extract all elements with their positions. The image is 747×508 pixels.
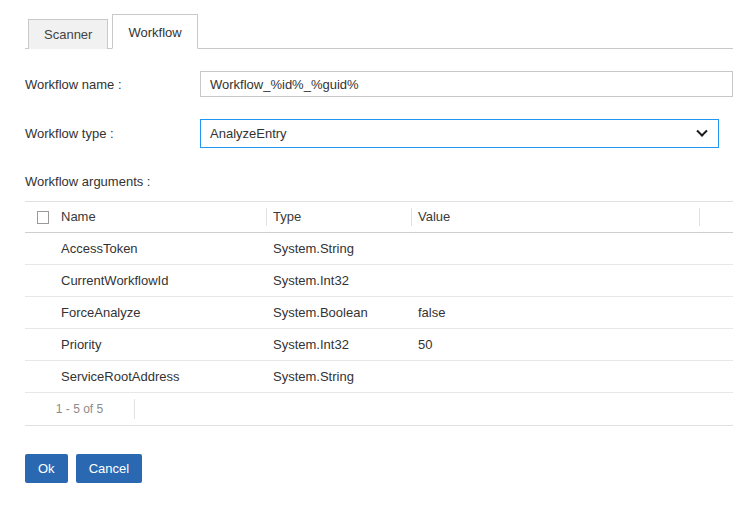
table-row[interactable]: AccessToken System.String bbox=[25, 233, 733, 265]
arg-value: 50 bbox=[412, 337, 700, 352]
ok-button[interactable]: Ok bbox=[25, 454, 68, 483]
workflow-type-label: Workflow type : bbox=[25, 126, 200, 141]
workflow-arguments-label: Workflow arguments : bbox=[25, 174, 733, 189]
arg-name: CurrentWorkflowId bbox=[55, 273, 267, 288]
header-name: Name bbox=[55, 208, 267, 226]
arg-name: AccessToken bbox=[55, 241, 267, 256]
arg-type: System.Int32 bbox=[267, 337, 412, 352]
header-type: Type bbox=[267, 208, 412, 226]
workflow-name-row: Workflow name : bbox=[25, 71, 733, 97]
header-value: Value bbox=[412, 208, 700, 226]
workflow-settings-panel: Scanner Workflow Workflow name : Workflo… bbox=[0, 0, 747, 483]
chevron-down-icon bbox=[696, 125, 707, 136]
workflow-type-value: AnalyzeEntry bbox=[210, 126, 287, 141]
arg-type: System.String bbox=[267, 369, 412, 384]
workflow-name-input[interactable] bbox=[200, 71, 733, 97]
tab-workflow[interactable]: Workflow bbox=[112, 14, 197, 49]
workflow-type-select[interactable]: AnalyzeEntry bbox=[200, 119, 719, 148]
tab-scanner[interactable]: Scanner bbox=[28, 19, 108, 49]
table-row[interactable]: ServiceRootAddress System.String bbox=[25, 361, 733, 393]
arg-name: ServiceRootAddress bbox=[55, 369, 267, 384]
arguments-table: Name Type Value AccessToken System.Strin… bbox=[25, 201, 733, 426]
table-row[interactable]: ForceAnalyze System.Boolean false bbox=[25, 297, 733, 329]
table-header-row: Name Type Value bbox=[25, 202, 733, 233]
table-row[interactable]: CurrentWorkflowId System.Int32 bbox=[25, 265, 733, 297]
cancel-button[interactable]: Cancel bbox=[76, 454, 142, 483]
tab-bar: Scanner Workflow bbox=[25, 14, 733, 49]
select-all-checkbox[interactable] bbox=[37, 211, 49, 224]
pagination-label: 1 - 5 of 5 bbox=[25, 399, 135, 419]
arg-name: Priority bbox=[55, 337, 267, 352]
workflow-name-label: Workflow name : bbox=[25, 77, 200, 92]
arg-name: ForceAnalyze bbox=[55, 305, 267, 320]
table-row[interactable]: Priority System.Int32 50 bbox=[25, 329, 733, 361]
workflow-type-row: Workflow type : AnalyzeEntry bbox=[25, 119, 733, 148]
arg-type: System.Boolean bbox=[267, 305, 412, 320]
arg-type: System.Int32 bbox=[267, 273, 412, 288]
action-buttons: Ok Cancel bbox=[25, 454, 733, 483]
arg-value: false bbox=[412, 305, 700, 320]
arg-type: System.String bbox=[267, 241, 412, 256]
header-end-spacer bbox=[700, 202, 733, 232]
table-pagination: 1 - 5 of 5 bbox=[25, 393, 733, 426]
